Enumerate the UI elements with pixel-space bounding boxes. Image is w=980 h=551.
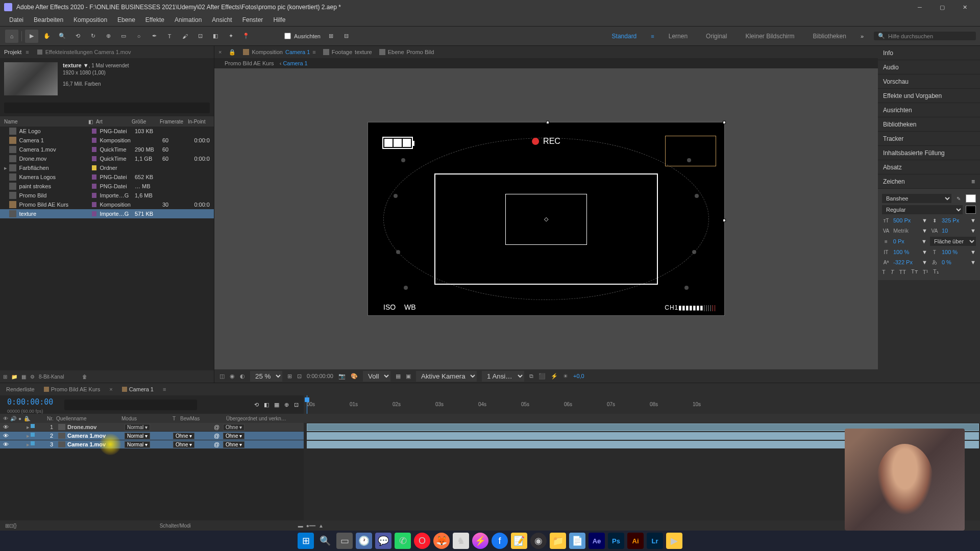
- track-matte-select[interactable]: Ohne ▾: [173, 441, 194, 448]
- project-tab[interactable]: Projekt: [4, 49, 21, 55]
- app-icon[interactable]: ♞: [453, 533, 469, 549]
- zoom-in-icon[interactable]: ▲: [318, 523, 324, 529]
- label-swatch[interactable]: [92, 202, 97, 207]
- workspace-lernen[interactable]: Lernen: [665, 31, 692, 42]
- smallcaps-button[interactable]: Tᴛ: [911, 268, 918, 275]
- tab-menu-icon[interactable]: ≡: [163, 386, 166, 392]
- project-row[interactable]: Camera 1 Komposition 60 0:00:0: [0, 136, 214, 145]
- pen-tool[interactable]: ✒: [148, 30, 161, 43]
- region-icon[interactable]: ▦: [396, 373, 401, 380]
- workspace-menu-icon[interactable]: ≡: [651, 33, 654, 39]
- project-search[interactable]: [4, 103, 210, 113]
- col-parent[interactable]: Übergeordnet und verkn…: [226, 416, 298, 421]
- taskview-icon[interactable]: ▭: [336, 533, 353, 549]
- hand-tool[interactable]: ✋: [40, 30, 54, 43]
- label-swatch[interactable]: [92, 193, 97, 198]
- close-button[interactable]: ✕: [953, 0, 976, 14]
- panel-menu-icon[interactable]: ≡: [971, 178, 975, 185]
- col-t[interactable]: T: [173, 416, 180, 421]
- zoom-tool[interactable]: 🔍: [56, 30, 69, 43]
- vscale-value[interactable]: 100 %: [893, 249, 919, 255]
- layer-name[interactable]: Camera 1.mov: [67, 441, 125, 447]
- selection-handle[interactable]: [546, 121, 549, 124]
- eyedropper-icon[interactable]: ✎: [954, 194, 963, 203]
- label-swatch[interactable]: [92, 174, 97, 180]
- panel-info[interactable]: Info: [878, 46, 980, 60]
- folder-icon[interactable]: 📁: [11, 374, 17, 380]
- draft-icon[interactable]: ⬛: [538, 373, 546, 380]
- col-size[interactable]: Größe: [132, 119, 160, 124]
- panel-bibliotheken[interactable]: Bibliotheken: [878, 117, 980, 132]
- expand-icon[interactable]: ▸: [27, 433, 30, 439]
- menu-ansicht[interactable]: Ansicht: [207, 14, 237, 26]
- minimize-button[interactable]: ─: [909, 0, 931, 14]
- label-swatch[interactable]: [92, 211, 97, 216]
- col-art[interactable]: Art: [96, 119, 132, 124]
- comp-tab-1[interactable]: Promo Bild AE Kurs: [44, 386, 101, 392]
- views-select[interactable]: 1 Ansi…: [482, 371, 524, 382]
- font-size-value[interactable]: 500 Px: [893, 217, 919, 223]
- timeline-search-input[interactable]: [64, 399, 197, 410]
- home-button[interactable]: ⌂: [5, 30, 18, 43]
- audio-col-icon[interactable]: 🔊: [10, 416, 16, 421]
- layer-name[interactable]: Drone.mov: [67, 424, 125, 430]
- viewer-lock-icon[interactable]: 🔒: [229, 49, 236, 56]
- label-swatch[interactable]: [31, 424, 35, 428]
- alpha-icon[interactable]: ◫: [219, 373, 225, 380]
- camera-select[interactable]: Aktive Kamera: [416, 371, 477, 382]
- menu-animation[interactable]: Animation: [169, 14, 207, 26]
- project-row[interactable]: Camera 1.mov QuickTime 290 MB 60: [0, 145, 214, 154]
- breadcrumb-a[interactable]: Promo Bild AE Kurs: [225, 60, 274, 66]
- tl-tool-icon[interactable]: ⊕: [284, 402, 289, 408]
- project-search-input[interactable]: [4, 103, 210, 113]
- label-swatch[interactable]: [92, 184, 97, 189]
- current-timecode[interactable]: 0:00:00:00: [0, 395, 60, 409]
- workspace-bibliotheken[interactable]: Bibliotheken: [808, 31, 850, 42]
- menu-komposition[interactable]: Komposition: [68, 14, 112, 26]
- blend-mode-select[interactable]: Normal ▾: [125, 433, 150, 439]
- pickwhip-icon[interactable]: @: [214, 441, 219, 447]
- exposure-icon[interactable]: ☀: [563, 373, 568, 380]
- layer-tab[interactable]: Ebene Promo Bild: [379, 49, 434, 55]
- layer-rows[interactable]: 👁 ▸ 1 Drone.mov Normal ▾ @ Ohne ▾ 👁 ▸ 2 …: [0, 423, 304, 520]
- workspace-overflow-icon[interactable]: »: [861, 33, 864, 39]
- kerning-value[interactable]: Metrik: [893, 228, 919, 234]
- ellipse-tool[interactable]: ○: [132, 30, 145, 43]
- pickwhip-icon[interactable]: @: [214, 424, 219, 430]
- project-rows[interactable]: AE Logo PNG-Datei 103 KB Camera 1 Kompos…: [0, 127, 214, 370]
- col-name[interactable]: Name: [4, 119, 88, 124]
- panel-ausrichten[interactable]: Ausrichten: [878, 103, 980, 117]
- timecode-display[interactable]: 0:00:00:00: [307, 373, 333, 379]
- track-matte-select[interactable]: Ohne ▾: [173, 433, 194, 439]
- roto-tool[interactable]: ✦: [224, 30, 237, 43]
- panel-effekte[interactable]: Effekte und Vorgaben: [878, 89, 980, 103]
- resolution-select[interactable]: Voll: [363, 371, 390, 382]
- comp-icon[interactable]: ▦: [21, 374, 26, 380]
- visibility-toggle[interactable]: 👁: [3, 441, 9, 447]
- maximize-button[interactable]: ▢: [931, 0, 953, 14]
- brush-tool[interactable]: 🖌: [178, 30, 191, 43]
- bpc-label[interactable]: 8-Bit-Kanal: [39, 374, 64, 380]
- col-mode[interactable]: Modus: [121, 416, 173, 421]
- layer-row[interactable]: 👁 ▸ 3 Camera 1.mov Normal ▾ Ohne ▾ @ Ohn…: [0, 440, 304, 449]
- menu-hilfe[interactable]: Hilfe: [268, 14, 290, 26]
- italic-button[interactable]: T: [891, 269, 894, 275]
- menu-datei[interactable]: Datei: [4, 14, 29, 26]
- settings-icon[interactable]: ⚙: [30, 374, 35, 380]
- label-swatch[interactable]: [92, 138, 97, 143]
- ps-task-icon[interactable]: Ps: [608, 533, 624, 549]
- comp-tab-2[interactable]: Camera 1: [122, 386, 154, 392]
- baseline-value[interactable]: -322 Px: [893, 259, 919, 265]
- snap-checkbox[interactable]: [284, 33, 291, 39]
- time-ruler[interactable]: 00s01s02s03s04s05s06s07s08s10s: [304, 395, 980, 414]
- workspace-standard[interactable]: Standard: [608, 31, 641, 42]
- dropdown-icon[interactable]: ▼: [970, 228, 976, 234]
- project-row[interactable]: Promo Bild AE Kurs Komposition 30 0:00:0: [0, 200, 214, 209]
- 3d-icon[interactable]: ⧉: [529, 373, 533, 380]
- switches-label[interactable]: Schalter/Modi: [160, 523, 191, 529]
- snap-opt-icon[interactable]: ⊞: [325, 30, 338, 43]
- dropdown-icon[interactable]: ▼: [970, 259, 976, 265]
- stroke-value[interactable]: 0 Px: [893, 238, 918, 244]
- blend-mode-select[interactable]: Normal ▾: [125, 441, 150, 448]
- bold-button[interactable]: T: [882, 269, 886, 275]
